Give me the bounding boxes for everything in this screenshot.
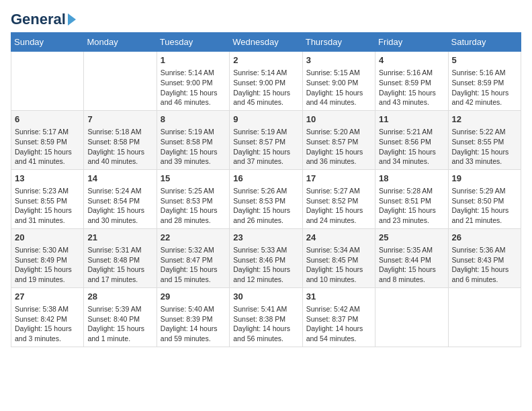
day-of-week-header: Friday (375, 33, 448, 52)
sunset-text: Sunset: 8:51 PM (379, 197, 431, 205)
calendar-cell: 13Sunrise: 5:23 AMSunset: 8:55 PMDayligh… (11, 169, 84, 228)
daylight-text: Daylight: 15 hours and 43 minutes. (379, 89, 436, 107)
calendar-cell: 23Sunrise: 5:33 AMSunset: 8:46 PMDayligh… (230, 228, 302, 287)
day-number: 15 (161, 173, 226, 185)
calendar-week-row: 1Sunrise: 5:14 AMSunset: 9:00 PMDaylight… (11, 52, 521, 111)
logo-general: General (11, 11, 66, 28)
day-number: 20 (15, 232, 80, 244)
calendar-cell: 29Sunrise: 5:40 AMSunset: 8:39 PMDayligh… (157, 287, 229, 347)
day-number: 3 (306, 54, 371, 66)
calendar-cell: 2Sunrise: 5:14 AMSunset: 9:00 PMDaylight… (230, 52, 302, 111)
daylight-text: Daylight: 15 hours and 28 minutes. (161, 206, 218, 224)
calendar-cell: 17Sunrise: 5:27 AMSunset: 8:52 PMDayligh… (302, 169, 375, 228)
day-number: 23 (233, 232, 298, 244)
sunset-text: Sunset: 8:53 PM (161, 197, 213, 205)
sunset-text: Sunset: 8:57 PM (233, 138, 285, 146)
sunrise-text: Sunrise: 5:20 AM (306, 128, 360, 136)
day-number: 11 (379, 113, 444, 126)
calendar-cell: 21Sunrise: 5:31 AMSunset: 8:48 PMDayligh… (84, 228, 157, 287)
calendar-cell: 22Sunrise: 5:32 AMSunset: 8:47 PMDayligh… (157, 228, 229, 287)
sunrise-text: Sunrise: 5:25 AM (161, 187, 214, 195)
daylight-text: Daylight: 15 hours and 31 minutes. (15, 206, 72, 224)
day-number: 26 (452, 232, 517, 244)
sunset-text: Sunset: 8:48 PM (87, 256, 140, 264)
calendar-cell (448, 287, 521, 347)
logo: General (11, 11, 77, 26)
calendar-cell: 24Sunrise: 5:34 AMSunset: 8:45 PMDayligh… (302, 228, 375, 287)
calendar-table: SundayMondayTuesdayWednesdayThursdayFrid… (11, 32, 521, 347)
logo-arrow-icon (68, 13, 76, 26)
day-number: 8 (161, 113, 226, 126)
day-number: 6 (15, 113, 80, 126)
day-number: 5 (452, 54, 517, 66)
sunset-text: Sunset: 8:59 PM (379, 79, 431, 87)
page-header: General (11, 11, 521, 26)
sunset-text: Sunset: 9:00 PM (306, 79, 359, 87)
calendar-cell: 15Sunrise: 5:25 AMSunset: 8:53 PMDayligh… (157, 169, 229, 228)
day-of-week-header: Thursday (302, 33, 375, 52)
sunrise-text: Sunrise: 5:28 AM (379, 187, 433, 195)
calendar-cell: 1Sunrise: 5:14 AMSunset: 9:00 PMDaylight… (157, 52, 229, 111)
sunset-text: Sunset: 9:00 PM (161, 79, 213, 87)
sunrise-text: Sunrise: 5:30 AM (15, 246, 69, 254)
sunrise-text: Sunrise: 5:19 AM (161, 128, 214, 136)
daylight-text: Daylight: 15 hours and 8 minutes. (379, 265, 436, 283)
daylight-text: Daylight: 14 hours and 56 minutes. (233, 324, 290, 342)
daylight-text: Daylight: 15 hours and 36 minutes. (306, 148, 363, 166)
daylight-text: Daylight: 15 hours and 30 minutes. (87, 206, 144, 224)
sunset-text: Sunset: 8:59 PM (452, 79, 504, 87)
sunset-text: Sunset: 8:49 PM (15, 256, 67, 264)
daylight-text: Daylight: 15 hours and 33 minutes. (452, 148, 509, 166)
calendar-cell: 10Sunrise: 5:20 AMSunset: 8:57 PMDayligh… (302, 110, 375, 169)
calendar-week-row: 6Sunrise: 5:17 AMSunset: 8:59 PMDaylight… (11, 110, 521, 169)
sunrise-text: Sunrise: 5:21 AM (379, 128, 433, 136)
sunrise-text: Sunrise: 5:23 AM (15, 187, 69, 195)
sunset-text: Sunset: 8:55 PM (452, 138, 504, 146)
calendar-cell: 4Sunrise: 5:16 AMSunset: 8:59 PMDaylight… (375, 52, 448, 111)
calendar-week-row: 20Sunrise: 5:30 AMSunset: 8:49 PMDayligh… (11, 228, 521, 287)
calendar-cell: 30Sunrise: 5:41 AMSunset: 8:38 PMDayligh… (230, 287, 302, 347)
sunset-text: Sunset: 8:52 PM (306, 197, 359, 205)
day-of-week-header: Tuesday (157, 33, 229, 52)
sunrise-text: Sunrise: 5:17 AM (15, 128, 69, 136)
day-number: 7 (87, 113, 152, 126)
sunrise-text: Sunrise: 5:32 AM (161, 246, 214, 254)
day-number: 12 (452, 113, 517, 126)
sunrise-text: Sunrise: 5:31 AM (87, 246, 141, 254)
sunrise-text: Sunrise: 5:16 AM (379, 68, 433, 77)
day-number: 18 (379, 173, 444, 185)
sunrise-text: Sunrise: 5:35 AM (379, 246, 433, 254)
sunrise-text: Sunrise: 5:38 AM (15, 305, 69, 313)
calendar-cell: 7Sunrise: 5:18 AMSunset: 8:58 PMDaylight… (84, 110, 157, 169)
daylight-text: Daylight: 15 hours and 40 minutes. (87, 148, 144, 166)
sunset-text: Sunset: 8:43 PM (452, 256, 504, 264)
sunset-text: Sunset: 8:53 PM (233, 197, 285, 205)
calendar-cell: 19Sunrise: 5:29 AMSunset: 8:50 PMDayligh… (448, 169, 521, 228)
calendar-cell: 5Sunrise: 5:16 AMSunset: 8:59 PMDaylight… (448, 52, 521, 111)
calendar-cell (375, 287, 448, 347)
calendar-cell: 6Sunrise: 5:17 AMSunset: 8:59 PMDaylight… (11, 110, 84, 169)
sunset-text: Sunset: 9:00 PM (233, 79, 285, 87)
day-number: 16 (233, 173, 298, 185)
day-number: 31 (306, 291, 371, 303)
daylight-text: Daylight: 15 hours and 1 minute. (87, 324, 144, 342)
sunrise-text: Sunrise: 5:41 AM (233, 305, 287, 313)
day-number: 17 (306, 173, 371, 185)
calendar-cell: 27Sunrise: 5:38 AMSunset: 8:42 PMDayligh… (11, 287, 84, 347)
day-number: 22 (161, 232, 226, 244)
sunrise-text: Sunrise: 5:22 AM (452, 128, 506, 136)
daylight-text: Daylight: 15 hours and 42 minutes. (452, 89, 509, 107)
sunrise-text: Sunrise: 5:36 AM (452, 246, 506, 254)
sunrise-text: Sunrise: 5:27 AM (306, 187, 360, 195)
daylight-text: Daylight: 14 hours and 59 minutes. (161, 324, 218, 342)
sunset-text: Sunset: 8:54 PM (87, 197, 140, 205)
daylight-text: Daylight: 15 hours and 39 minutes. (161, 148, 218, 166)
calendar-cell: 26Sunrise: 5:36 AMSunset: 8:43 PMDayligh… (448, 228, 521, 287)
calendar-week-row: 13Sunrise: 5:23 AMSunset: 8:55 PMDayligh… (11, 169, 521, 228)
sunset-text: Sunset: 8:46 PM (233, 256, 285, 264)
sunset-text: Sunset: 8:50 PM (452, 197, 504, 205)
daylight-text: Daylight: 15 hours and 10 minutes. (306, 265, 363, 283)
sunrise-text: Sunrise: 5:18 AM (87, 128, 141, 136)
sunrise-text: Sunrise: 5:29 AM (452, 187, 506, 195)
sunset-text: Sunset: 8:47 PM (161, 256, 213, 264)
